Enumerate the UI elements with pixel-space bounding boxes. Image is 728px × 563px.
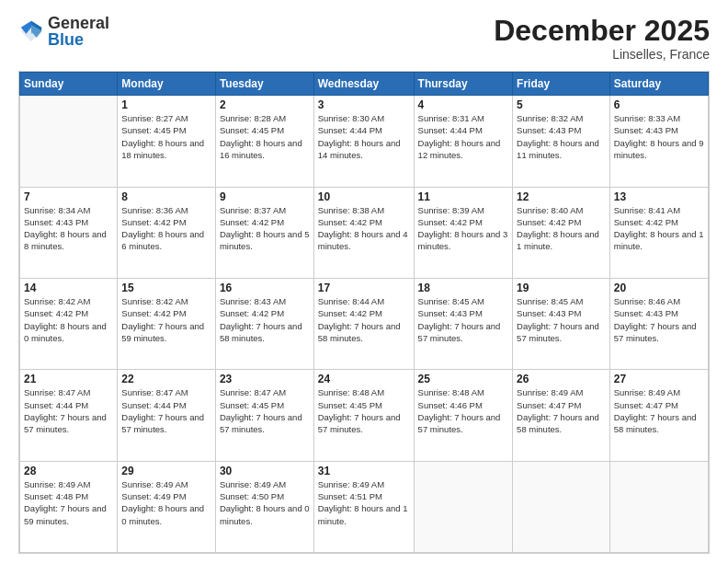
table-row: 13Sunrise: 8:41 AM Sunset: 4:42 PM Dayli… xyxy=(609,187,708,278)
day-number: 2 xyxy=(220,98,310,111)
logo-blue: Blue xyxy=(48,30,84,49)
cell-info: Sunrise: 8:41 AM Sunset: 4:42 PM Dayligh… xyxy=(614,204,704,253)
cell-info: Sunrise: 8:47 AM Sunset: 4:44 PM Dayligh… xyxy=(24,386,113,435)
header-sunday: Sunday xyxy=(20,73,118,96)
day-number: 13 xyxy=(614,190,704,203)
cell-info: Sunrise: 8:44 AM Sunset: 4:42 PM Dayligh… xyxy=(318,295,410,344)
table-row: 4Sunrise: 8:31 AM Sunset: 4:44 PM Daylig… xyxy=(414,96,513,187)
table-row xyxy=(414,461,513,552)
table-row: 23Sunrise: 8:47 AM Sunset: 4:45 PM Dayli… xyxy=(215,370,313,461)
cell-info: Sunrise: 8:49 AM Sunset: 4:47 PM Dayligh… xyxy=(614,386,704,435)
header-tuesday: Tuesday xyxy=(215,73,313,96)
cell-info: Sunrise: 8:38 AM Sunset: 4:42 PM Dayligh… xyxy=(318,204,410,253)
day-number: 5 xyxy=(517,98,606,111)
day-number: 15 xyxy=(121,282,211,294)
table-row: 3Sunrise: 8:30 AM Sunset: 4:44 PM Daylig… xyxy=(313,96,414,187)
day-number: 4 xyxy=(418,98,509,111)
logo: General Blue xyxy=(18,15,109,48)
table-row: 24Sunrise: 8:48 AM Sunset: 4:45 PM Dayli… xyxy=(313,370,414,461)
table-row xyxy=(513,461,610,552)
cell-info: Sunrise: 8:45 AM Sunset: 4:43 PM Dayligh… xyxy=(517,295,606,344)
calendar-row: 28Sunrise: 8:49 AM Sunset: 4:48 PM Dayli… xyxy=(20,461,709,552)
calendar-row: 1Sunrise: 8:27 AM Sunset: 4:45 PM Daylig… xyxy=(20,96,709,187)
day-number: 22 xyxy=(121,373,211,385)
calendar-table: Sunday Monday Tuesday Wednesday Thursday… xyxy=(19,72,709,553)
cell-info: Sunrise: 8:48 AM Sunset: 4:45 PM Dayligh… xyxy=(318,386,410,435)
cell-info: Sunrise: 8:49 AM Sunset: 4:48 PM Dayligh… xyxy=(24,478,113,527)
cell-info: Sunrise: 8:33 AM Sunset: 4:43 PM Dayligh… xyxy=(614,112,704,161)
cell-info: Sunrise: 8:32 AM Sunset: 4:43 PM Dayligh… xyxy=(517,112,606,161)
cell-info: Sunrise: 8:49 AM Sunset: 4:47 PM Dayligh… xyxy=(517,386,606,435)
header-monday: Monday xyxy=(118,73,216,96)
table-row: 11Sunrise: 8:39 AM Sunset: 4:42 PM Dayli… xyxy=(414,187,513,278)
table-row: 22Sunrise: 8:47 AM Sunset: 4:44 PM Dayli… xyxy=(118,370,216,461)
day-number: 7 xyxy=(24,190,113,203)
day-number: 26 xyxy=(517,373,606,385)
day-number: 23 xyxy=(220,373,310,385)
day-number: 28 xyxy=(24,465,113,477)
cell-info: Sunrise: 8:49 AM Sunset: 4:50 PM Dayligh… xyxy=(220,478,310,527)
day-number: 6 xyxy=(614,98,704,111)
cell-info: Sunrise: 8:47 AM Sunset: 4:44 PM Dayligh… xyxy=(121,386,211,435)
day-number: 16 xyxy=(220,282,310,294)
day-number: 14 xyxy=(24,282,113,294)
day-number: 24 xyxy=(318,373,410,385)
table-row: 20Sunrise: 8:46 AM Sunset: 4:43 PM Dayli… xyxy=(609,278,708,369)
table-row: 14Sunrise: 8:42 AM Sunset: 4:42 PM Dayli… xyxy=(20,278,118,369)
cell-info: Sunrise: 8:47 AM Sunset: 4:45 PM Dayligh… xyxy=(220,386,310,435)
cell-info: Sunrise: 8:40 AM Sunset: 4:42 PM Dayligh… xyxy=(517,204,606,253)
table-row: 25Sunrise: 8:48 AM Sunset: 4:46 PM Dayli… xyxy=(414,370,513,461)
day-number: 21 xyxy=(24,373,113,385)
table-row xyxy=(20,96,118,187)
cell-info: Sunrise: 8:45 AM Sunset: 4:43 PM Dayligh… xyxy=(418,295,509,344)
cell-info: Sunrise: 8:48 AM Sunset: 4:46 PM Dayligh… xyxy=(418,386,509,435)
header: General Blue December 2025 Linselles, Fr… xyxy=(18,15,710,62)
title-area: December 2025 Linselles, France xyxy=(494,15,710,62)
logo-icon xyxy=(18,18,44,44)
table-row: 8Sunrise: 8:36 AM Sunset: 4:42 PM Daylig… xyxy=(118,187,216,278)
header-wednesday: Wednesday xyxy=(313,73,414,96)
cell-info: Sunrise: 8:42 AM Sunset: 4:42 PM Dayligh… xyxy=(24,295,113,344)
day-number: 12 xyxy=(517,190,606,203)
calendar-row: 21Sunrise: 8:47 AM Sunset: 4:44 PM Dayli… xyxy=(20,370,709,461)
header-thursday: Thursday xyxy=(414,73,513,96)
table-row: 15Sunrise: 8:42 AM Sunset: 4:42 PM Dayli… xyxy=(118,278,216,369)
table-row: 9Sunrise: 8:37 AM Sunset: 4:42 PM Daylig… xyxy=(215,187,313,278)
table-row: 26Sunrise: 8:49 AM Sunset: 4:47 PM Dayli… xyxy=(513,370,610,461)
table-row: 2Sunrise: 8:28 AM Sunset: 4:45 PM Daylig… xyxy=(215,96,313,187)
day-number: 10 xyxy=(318,190,410,203)
cell-info: Sunrise: 8:42 AM Sunset: 4:42 PM Dayligh… xyxy=(121,295,211,344)
table-row: 21Sunrise: 8:47 AM Sunset: 4:44 PM Dayli… xyxy=(20,370,118,461)
cell-info: Sunrise: 8:37 AM Sunset: 4:42 PM Dayligh… xyxy=(220,204,310,253)
month-title: December 2025 xyxy=(494,15,710,47)
table-row: 6Sunrise: 8:33 AM Sunset: 4:43 PM Daylig… xyxy=(609,96,708,187)
table-row: 30Sunrise: 8:49 AM Sunset: 4:50 PM Dayli… xyxy=(215,461,313,552)
table-row: 7Sunrise: 8:34 AM Sunset: 4:43 PM Daylig… xyxy=(20,187,118,278)
day-number: 1 xyxy=(121,98,211,111)
cell-info: Sunrise: 8:34 AM Sunset: 4:43 PM Dayligh… xyxy=(24,204,113,253)
calendar-row: 7Sunrise: 8:34 AM Sunset: 4:43 PM Daylig… xyxy=(20,187,709,278)
table-row: 17Sunrise: 8:44 AM Sunset: 4:42 PM Dayli… xyxy=(313,278,414,369)
day-number: 25 xyxy=(418,373,509,385)
day-number: 17 xyxy=(318,282,410,294)
table-row: 31Sunrise: 8:49 AM Sunset: 4:51 PM Dayli… xyxy=(313,461,414,552)
calendar-row: 14Sunrise: 8:42 AM Sunset: 4:42 PM Dayli… xyxy=(20,278,709,369)
table-row: 28Sunrise: 8:49 AM Sunset: 4:48 PM Dayli… xyxy=(20,461,118,552)
table-row: 27Sunrise: 8:49 AM Sunset: 4:47 PM Dayli… xyxy=(609,370,708,461)
cell-info: Sunrise: 8:49 AM Sunset: 4:49 PM Dayligh… xyxy=(121,478,211,527)
day-number: 31 xyxy=(318,465,410,477)
table-row xyxy=(609,461,708,552)
day-number: 8 xyxy=(121,190,211,203)
table-row: 5Sunrise: 8:32 AM Sunset: 4:43 PM Daylig… xyxy=(513,96,610,187)
cell-info: Sunrise: 8:49 AM Sunset: 4:51 PM Dayligh… xyxy=(318,478,410,527)
cell-info: Sunrise: 8:36 AM Sunset: 4:42 PM Dayligh… xyxy=(121,204,211,253)
day-number: 3 xyxy=(318,98,410,111)
day-number: 18 xyxy=(418,282,509,294)
day-number: 30 xyxy=(220,465,310,477)
table-row: 16Sunrise: 8:43 AM Sunset: 4:42 PM Dayli… xyxy=(215,278,313,369)
cell-info: Sunrise: 8:43 AM Sunset: 4:42 PM Dayligh… xyxy=(220,295,310,344)
table-row: 29Sunrise: 8:49 AM Sunset: 4:49 PM Dayli… xyxy=(118,461,216,552)
day-number: 9 xyxy=(220,190,310,203)
cell-info: Sunrise: 8:30 AM Sunset: 4:44 PM Dayligh… xyxy=(318,112,410,161)
day-number: 20 xyxy=(614,282,704,294)
